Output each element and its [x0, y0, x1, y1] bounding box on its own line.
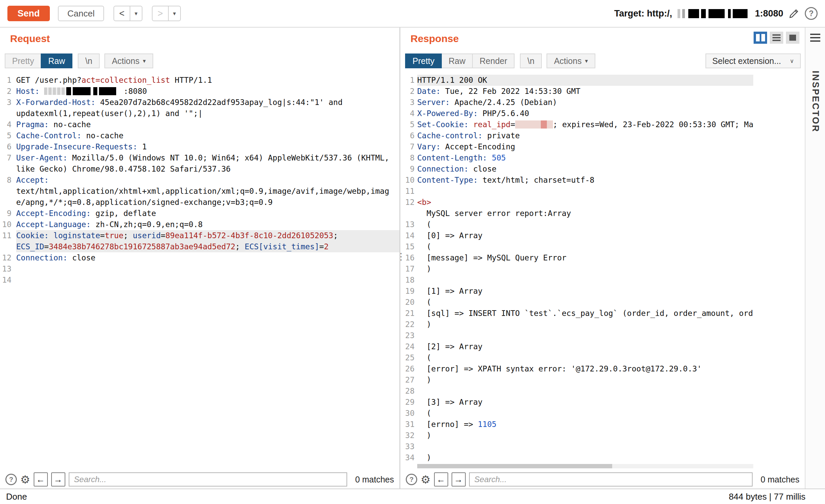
chevron-down-icon: ▾: [173, 10, 176, 17]
code-line: 4X-Powered-By: PHP/5.6.40: [400, 108, 753, 119]
code-segment: GET /user.php?: [16, 76, 81, 84]
code-segment: Upgrade-Insecure-Requests:: [16, 142, 137, 151]
target-label: Target: http:/,: [614, 8, 672, 19]
chevron-down-icon: ▾: [135, 10, 138, 17]
back-dropdown-button[interactable]: ▾: [130, 6, 142, 21]
code-line: 27 ): [400, 374, 753, 386]
code-segment: Date:: [417, 87, 440, 96]
redaction-black-icon: [66, 87, 124, 95]
request-title: Request: [10, 33, 50, 44]
help-icon[interactable]: ?: [805, 7, 818, 20]
next-match-button[interactable]: →: [51, 472, 65, 487]
line-text: ): [417, 319, 753, 330]
horizontal-scrollbar[interactable]: [417, 464, 753, 468]
code-segment: true: [105, 231, 123, 240]
code-segment: private: [483, 131, 520, 140]
line-text: Cache-Control: no-cache: [16, 130, 399, 141]
prev-match-button[interactable]: ←: [434, 472, 448, 487]
code-segment: Content-Length:: [417, 153, 487, 162]
tab-response-pretty[interactable]: Pretty: [405, 53, 442, 68]
line-text: [message] => MySQL Query Error: [417, 252, 753, 263]
line-text: Vary: Accept-Encoding: [417, 141, 753, 152]
line-number: 12: [400, 197, 415, 219]
select-extension-dropdown[interactable]: Select extension... ∨: [705, 53, 801, 68]
code-segment: 505: [492, 153, 506, 162]
line-number: 14: [400, 230, 415, 241]
request-editor[interactable]: 1GET /user.php?act=collection_list HTTP/…: [0, 73, 399, 470]
code-line: 9Connection: close: [400, 164, 753, 175]
tab-request-raw[interactable]: Raw: [41, 53, 72, 68]
line-text: Connection: close: [16, 252, 399, 263]
edit-target-pencil-icon[interactable]: [789, 8, 799, 19]
line-text: [417, 275, 753, 286]
forward-dropdown-button[interactable]: ▾: [169, 6, 180, 21]
tab-response-newline[interactable]: \n: [520, 53, 542, 68]
prev-match-button[interactable]: ←: [34, 472, 48, 487]
search-settings-gear-icon[interactable]: ⚙: [421, 474, 431, 485]
code-segment: MySQL server error report:Array: [417, 209, 571, 218]
history-forward-split-button[interactable]: > ▾: [152, 6, 181, 21]
cancel-button[interactable]: Cancel: [58, 6, 104, 21]
line-number: 23: [400, 330, 415, 341]
line-number: 2: [400, 86, 415, 97]
tab-request-pretty[interactable]: Pretty: [5, 53, 41, 68]
back-button[interactable]: <: [114, 6, 130, 21]
search-settings-gear-icon[interactable]: ⚙: [20, 474, 30, 485]
line-text: ): [417, 430, 753, 441]
line-number: 7: [400, 141, 415, 152]
line-text: ): [417, 374, 753, 386]
line-text: Content-Type: text/html; charset=utf-8: [417, 175, 753, 186]
line-text: (: [417, 297, 753, 308]
line-number: 18: [400, 275, 415, 286]
next-match-button[interactable]: →: [452, 472, 466, 487]
response-search-input[interactable]: [469, 472, 753, 487]
response-actions-button[interactable]: Actions ▾: [547, 53, 595, 68]
line-number: 10: [400, 175, 415, 186]
response-actions-label: Actions: [554, 56, 582, 66]
code-segment: User-Agent:: [16, 153, 67, 162]
code-segment: (: [417, 409, 431, 418]
code-line: 1HTTP/1.1 200 OK: [400, 75, 753, 86]
response-title: Response: [410, 33, 459, 44]
send-button[interactable]: Send: [7, 6, 50, 21]
search-help-icon[interactable]: ?: [406, 474, 417, 485]
select-extension-label: Select extension...: [712, 56, 781, 66]
tab-response-render[interactable]: Render: [472, 53, 515, 68]
response-editor[interactable]: 1HTTP/1.1 200 OK2Date: Tue, 22 Feb 2022 …: [400, 73, 805, 470]
line-text: Accept: text/html,application/xhtml+xml,…: [16, 175, 399, 208]
line-text: Host: :8080: [16, 86, 399, 97]
code-segment: (: [417, 220, 431, 229]
code-segment: Apache/2.4.25 (Debian): [450, 98, 557, 107]
single-pane-layout-icon[interactable]: [786, 32, 799, 44]
inspector-panel-tab[interactable]: INSPECTOR: [805, 28, 825, 489]
tab-response-raw[interactable]: Raw: [441, 53, 473, 68]
code-line: 20 (: [400, 297, 753, 308]
code-segment: [2] => Array: [417, 342, 483, 351]
rows-layout-icon[interactable]: [770, 32, 783, 44]
target-redaction: [678, 9, 750, 18]
request-search-input[interactable]: [69, 472, 347, 487]
code-segment: gzip, deflate: [91, 209, 156, 218]
line-text: Accept-Encoding: gzip, deflate: [16, 208, 399, 219]
line-number: 26: [400, 363, 415, 374]
divider-drag-handle[interactable]: ⋮: [396, 251, 406, 262]
code-line: 3X-Forwarded-Host: 45ea207d7a2b68c49582d…: [0, 97, 399, 119]
search-help-icon[interactable]: ?: [5, 474, 17, 485]
hamburger-menu-icon[interactable]: [810, 34, 820, 42]
code-segment: :8080: [124, 87, 147, 96]
request-actions-label: Actions: [112, 56, 139, 66]
code-line: 4Pragma: no-cache: [0, 119, 399, 130]
code-segment: Accept-Language:: [16, 220, 91, 229]
line-text: [sql] => INSERT INTO `test`.`ecs_pay_log…: [417, 308, 753, 319]
line-number: 3: [400, 97, 415, 108]
code-segment: Set-Cookie:: [417, 120, 468, 129]
forward-button[interactable]: >: [153, 6, 169, 21]
code-segment: HTTP/1.1 200 OK: [417, 76, 487, 84]
history-back-split-button[interactable]: < ▾: [113, 6, 142, 21]
columns-layout-icon[interactable]: [754, 32, 767, 44]
line-text: [2] => Array: [417, 341, 753, 352]
request-actions-button[interactable]: Actions ▾: [104, 53, 153, 68]
tab-request-newline[interactable]: \n: [78, 53, 100, 68]
code-line: 7Vary: Accept-Encoding: [400, 141, 753, 152]
scrollbar-thumb[interactable]: [417, 464, 612, 468]
